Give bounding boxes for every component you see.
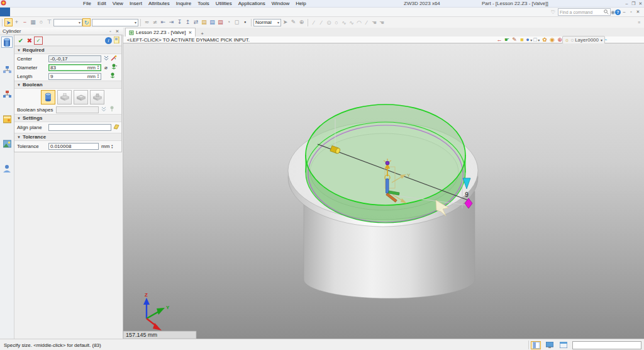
ribbon-tab[interactable] [80, 8, 91, 16]
close-button[interactable]: ✕ [637, 1, 644, 7]
boolean-remove-button[interactable] [74, 90, 88, 104]
cylinder-dialog-icon[interactable] [1, 37, 13, 48]
user-profile-icon[interactable] [1, 162, 13, 174]
style-combo[interactable]: Normal▾ [253, 19, 281, 26]
menu-item[interactable]: Attributes [145, 0, 173, 7]
boolean-base-button[interactable] [41, 90, 55, 104]
cancel-button[interactable]: ✖ [25, 37, 34, 45]
new-tab-button[interactable]: + [201, 31, 204, 37]
find-command-box[interactable]: Find a command [558, 8, 611, 16]
section-tolerance[interactable]: ▼Tolerance [14, 133, 121, 141]
menu-item[interactable]: Utilities [213, 0, 235, 7]
app-logo-icon[interactable] [0, 0, 7, 8]
ribbon-tab[interactable] [70, 8, 80, 16]
ok-button[interactable]: ✔ [16, 37, 25, 45]
view-toolbar-icon[interactable]: ☛▾ [503, 36, 511, 44]
status-input[interactable] [572, 341, 641, 349]
ribbon-tab[interactable] [20, 8, 30, 16]
apply-button[interactable]: ✓ [34, 37, 43, 45]
ribbon-tab[interactable] [181, 8, 191, 16]
boolean-add-button[interactable] [57, 90, 72, 104]
roller-icon[interactable]: ◉ [611, 9, 615, 15]
ribbon-tab[interactable] [0, 8, 10, 16]
ribbon-tab[interactable] [101, 8, 111, 16]
toolbar-icon[interactable]: ≄ [151, 18, 159, 26]
double-chevron-icon[interactable] [103, 55, 109, 62]
output-window-icon[interactable] [558, 341, 569, 349]
view-toolbar-icon[interactable]: □▾ [533, 36, 541, 44]
view-toolbar-icon[interactable]: ←▾ [496, 36, 503, 44]
menu-item[interactable]: File [80, 0, 94, 7]
notes-icon[interactable] [114, 37, 119, 45]
history-manager-icon[interactable] [1, 88, 13, 99]
toolbar-icon[interactable]: ⇤ [159, 18, 167, 26]
toolbar-icon[interactable]: ↥ [184, 18, 192, 26]
menu-item[interactable]: Window [269, 0, 292, 7]
length-input[interactable]: 9 mm ▲▼ [48, 73, 101, 80]
show-ui-panel-icon[interactable] [531, 341, 541, 349]
ribbon-tab[interactable] [141, 8, 151, 16]
menu-item[interactable]: Edit [94, 0, 109, 7]
toolbar-icon[interactable]: ▤ [208, 18, 216, 26]
ribbon-tab[interactable] [40, 8, 50, 16]
doc-restore-button[interactable]: ▫ [628, 9, 635, 15]
ribbon-tab[interactable] [131, 8, 141, 16]
view-toolbar-icon[interactable]: ◉▾ [548, 36, 556, 44]
ribbon-tab[interactable] [111, 8, 121, 16]
view-toolbar-icon[interactable]: ■▾ [518, 36, 526, 44]
center-input[interactable]: -0,-0,17 [48, 55, 101, 62]
pin-icon[interactable]: ♡ [551, 9, 555, 15]
toolbar-icon[interactable]: ✎ [289, 18, 297, 26]
monitor-icon[interactable] [545, 341, 555, 349]
toolbar-icon[interactable]: ➤▾ [4, 18, 13, 26]
menu-item[interactable]: Insert [126, 0, 145, 7]
ribbon-tab[interactable] [151, 8, 161, 16]
toolbar-icon[interactable]: ↧ [175, 18, 184, 26]
toolbar-icon[interactable]: ≂ [143, 18, 151, 26]
toolbar-icon[interactable]: ▤ [200, 18, 208, 26]
ribbon-tab[interactable] [50, 8, 60, 16]
view-toolbar-icon[interactable]: ✎▾ [511, 36, 518, 44]
panel-close-button[interactable]: ✕ [114, 28, 121, 35]
toolbar-icon[interactable]: ▦▾ [29, 18, 37, 26]
toolbar-icon[interactable]: ➤ [281, 18, 289, 26]
view-toolbar-icon[interactable]: ●▾ [526, 36, 533, 44]
menu-item[interactable]: Applications [235, 0, 269, 7]
toolbar-icon[interactable]: ⇄ [192, 18, 200, 26]
doc-minimize-button[interactable]: – [621, 9, 628, 15]
menu-item[interactable]: Help [292, 0, 309, 7]
menu-item[interactable]: Inquire [173, 0, 194, 7]
info-icon[interactable]: i [105, 37, 112, 44]
point-pick-icon[interactable] [111, 55, 118, 62]
toolbar-overflow-icon[interactable]: ≡ [638, 20, 640, 25]
boolean-shapes-input[interactable] [56, 106, 99, 113]
input-combo[interactable]: ▾ [92, 19, 138, 26]
toolbar-icon[interactable]: ▪ [241, 18, 249, 26]
section-settings[interactable]: ▼Settings [14, 114, 121, 122]
ribbon-tab[interactable] [30, 8, 40, 16]
layer-combo[interactable]: ☼ ◌ Layer0000 ▾ [562, 36, 605, 44]
view-toolbar-icon[interactable]: ✿▾ [541, 36, 548, 44]
minimize-button[interactable]: – [623, 1, 630, 7]
section-required[interactable]: ▼Required [14, 46, 121, 54]
double-chevron-icon[interactable] [100, 106, 107, 113]
phi-icon[interactable]: ⌀ [103, 65, 109, 71]
visual-manager-icon[interactable] [1, 64, 13, 75]
toolbar-icon[interactable]: ⊤▾ [45, 18, 53, 26]
toolbar-icon[interactable]: ▤ [216, 18, 225, 26]
help-icon[interactable]: ? [615, 9, 621, 15]
ribbon-tab[interactable] [171, 8, 181, 16]
viewport-canvas[interactable]: 9 Y Z [123, 43, 644, 339]
ribbon-tab[interactable] [91, 8, 101, 16]
plane-icon[interactable] [113, 124, 119, 131]
toolbar-icon[interactable]: ◔ [225, 18, 233, 26]
toolbar-icon[interactable]: ⇥ [167, 18, 175, 26]
panel-dock-button[interactable]: ▫ [107, 28, 114, 35]
toolbar-icon[interactable]: ◻ [233, 18, 241, 26]
menu-item[interactable]: View [109, 0, 126, 7]
document-tab[interactable]: Lesson 22.Z3 - [Valve] ✕ [125, 28, 196, 37]
onscreen-input-icon[interactable] [109, 72, 116, 80]
length-spinner[interactable]: ▲▼ [97, 74, 99, 79]
doc-close-button[interactable]: ✕ [635, 9, 641, 15]
toolbar-icon[interactable]: ⊕ [297, 18, 306, 26]
